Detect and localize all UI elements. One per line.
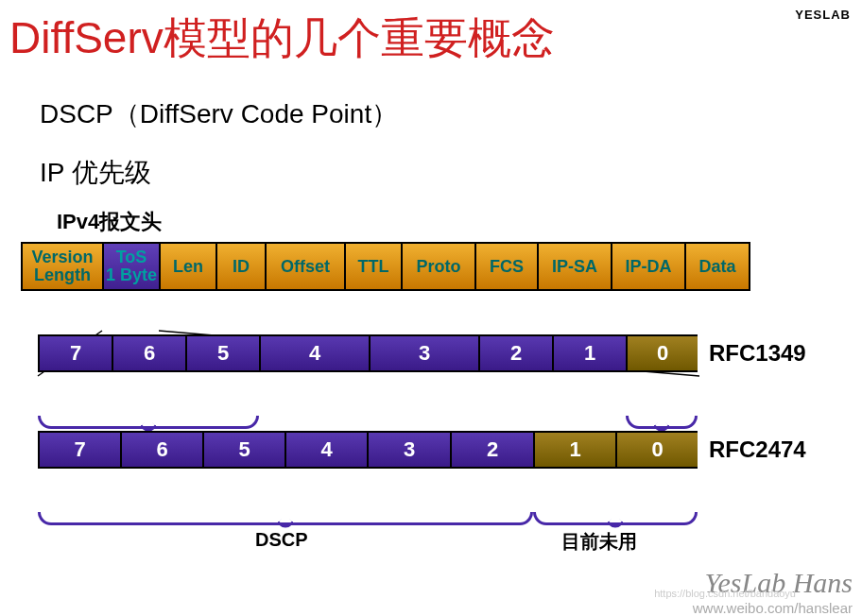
bit-cell-3: 3 — [369, 334, 478, 372]
bit-cell-6: 6 — [120, 431, 202, 469]
bit-cell-6: 6 — [112, 334, 185, 372]
brace-unused-2 — [533, 512, 698, 525]
brace-unused-1 — [626, 416, 698, 429]
title-latin: DiffServ — [9, 13, 164, 62]
subtitle-dscp: DSCP（DiffServ Code Point） — [40, 96, 862, 132]
bit-cell-0: 0 — [626, 334, 698, 372]
rfc-label-1349: RFC1349 — [709, 340, 806, 367]
header-cell-offset: Offset — [265, 242, 344, 291]
bit-cell-1: 1 — [552, 334, 626, 372]
bit-cell-5: 5 — [185, 334, 259, 372]
brace-dscp — [38, 512, 533, 525]
corner-logo: YESLAB — [795, 8, 851, 22]
slide-title: DiffServ模型的几个重要概念 — [0, 0, 862, 68]
bit-cell-4: 4 — [284, 431, 367, 469]
bit-cell-4: 4 — [259, 334, 369, 372]
title-cjk: 模型的几个重要概念 — [164, 14, 555, 62]
bit-cell-0: 0 — [615, 431, 698, 469]
header-cell-len: Len — [159, 242, 216, 291]
rfc-label-2474: RFC2474 — [709, 436, 806, 463]
brace-ip-precedence — [38, 416, 259, 429]
bit-cell-3: 3 — [367, 431, 450, 469]
brace-label-dscp: DSCP — [255, 529, 308, 551]
header-cell-tos: ToS1 Byte — [102, 242, 159, 291]
bit-cell-2: 2 — [478, 334, 552, 372]
subtitle-ip-priority: IP 优先级 — [40, 155, 862, 191]
bit-cell-7: 7 — [38, 431, 120, 469]
header-cell-version: VersionLength — [21, 242, 102, 291]
source-url: www.weibo.com/hanslear — [693, 600, 853, 616]
ipv4-header-label: IPv4报文头 — [57, 208, 862, 236]
header-cell-ip-da: IP-DA — [611, 242, 684, 291]
url-overlay: https://blog.csdn.net/bandaoyu — [654, 588, 796, 599]
bit-cell-7: 7 — [38, 334, 112, 372]
header-cell-ip-sa: IP-SA — [537, 242, 611, 291]
bit-cell-2: 2 — [450, 431, 533, 469]
bit-row-rfc1349: 76543210RFC1349 — [38, 334, 698, 372]
ipv4-header-row: VersionLengthToS1 ByteLenIDOffsetTTLProt… — [21, 242, 834, 291]
header-cell-id: ID — [216, 242, 265, 291]
brace-label-unused-2: 目前未用 — [561, 529, 637, 555]
header-cell-data: Data — [684, 242, 750, 291]
bits-area: 76543210RFC1349 IP Precedence 目前未用 76543… — [38, 334, 862, 469]
bit-cell-5: 5 — [202, 431, 284, 469]
header-cell-proto: Proto — [401, 242, 474, 291]
header-cell-ttl: TTL — [344, 242, 401, 291]
header-cell-fcs: FCS — [474, 242, 537, 291]
bit-row-rfc2474: 76543210RFC2474 — [38, 431, 698, 469]
bit-cell-1: 1 — [533, 431, 615, 469]
